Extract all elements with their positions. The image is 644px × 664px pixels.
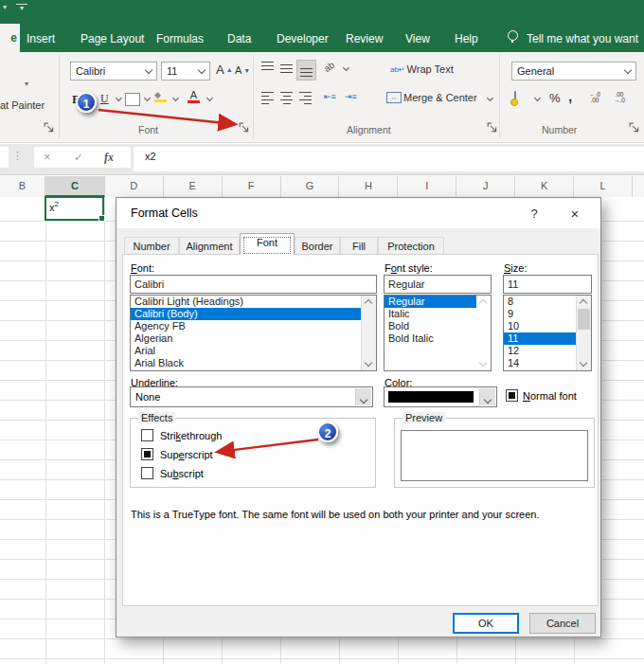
fill-color-button[interactable]: ◆ (154, 91, 167, 102)
column-header[interactable]: G (281, 176, 340, 197)
tab-home-partial[interactable]: e (0, 24, 20, 52)
orientation-button[interactable]: ab (322, 60, 336, 74)
borders-dropdown-icon[interactable] (144, 95, 151, 101)
cancel-button[interactable]: Cancel (529, 613, 596, 634)
clipboard-dialog-launcher-icon[interactable] (44, 122, 55, 134)
column-header[interactable]: L (574, 176, 633, 197)
tab-insert[interactable]: Insert (23, 27, 59, 52)
underline-dropdown[interactable]: None (130, 386, 373, 407)
subscript-checkbox[interactable] (141, 467, 153, 479)
percent-style-button[interactable]: % (549, 91, 561, 105)
font-name-combo[interactable]: Calibri (70, 62, 157, 81)
grow-font-button[interactable]: A▲ (216, 63, 233, 77)
font-color-dropdown-icon[interactable] (206, 95, 213, 101)
font-list-item-selected[interactable]: Calibri (Body) (131, 308, 376, 320)
font-style-item[interactable]: Italic (385, 308, 491, 320)
cancel-entry-icon[interactable]: × (44, 150, 51, 164)
number-format-combo[interactable]: General (511, 62, 636, 81)
font-list-item[interactable]: Algerian (131, 332, 376, 345)
font-style-item-selected[interactable]: Regular (385, 296, 491, 308)
borders-button-icon[interactable] (125, 93, 140, 106)
column-header[interactable]: E (164, 176, 223, 197)
tab-page-layout[interactable]: Page Layout (77, 27, 148, 52)
font-list-scrollbar[interactable] (361, 296, 376, 370)
column-header-selected[interactable]: C (45, 176, 105, 197)
paste-dropdown-icon[interactable]: ▾ (25, 80, 28, 88)
underline-dropdown-icon[interactable] (116, 95, 122, 101)
font-list[interactable]: Calibri Light (Headings) Calibri (Body) … (130, 295, 377, 371)
wrap-text-button[interactable]: ab↵ Wrap Text (390, 63, 454, 75)
align-right-button[interactable] (299, 92, 312, 105)
accounting-dropdown-icon[interactable] (534, 95, 541, 101)
font-style-input[interactable]: Regular (384, 275, 492, 294)
comma-style-button[interactable]: , (568, 88, 572, 104)
dialog-tab-border[interactable]: Border (295, 237, 340, 255)
ok-button[interactable]: OK (453, 613, 519, 634)
font-style-item[interactable]: Bold (385, 320, 491, 332)
active-cell-C1[interactable]: x2 (45, 196, 104, 221)
column-header[interactable]: J (456, 176, 515, 197)
tab-help[interactable]: Help (451, 27, 482, 52)
name-box-partial[interactable] (0, 147, 9, 168)
underline-dropdown-button[interactable] (355, 388, 371, 405)
orientation-dropdown-icon[interactable] (343, 64, 349, 71)
dialog-tab-number[interactable]: Number (124, 237, 179, 255)
align-left-button[interactable] (261, 92, 274, 105)
column-header[interactable]: I (398, 176, 456, 197)
insert-function-icon[interactable]: fx (104, 151, 114, 165)
font-list-item[interactable]: Arial (131, 345, 376, 357)
column-header[interactable]: H (339, 176, 398, 197)
fill-color-dropdown-icon[interactable] (172, 95, 179, 101)
font-style-scrollbar[interactable] (476, 296, 491, 370)
column-header[interactable]: D (105, 176, 164, 197)
font-list-item[interactable]: Agency FB (131, 320, 376, 332)
ribbon-display-options-icon[interactable]: ▾ (16, 4, 27, 12)
font-size-combo[interactable]: 11 (161, 62, 210, 81)
dialog-tab-fill[interactable]: Fill (340, 237, 378, 255)
tell-me-box[interactable]: Tell me what you want (523, 27, 642, 52)
underline-button[interactable]: U (100, 92, 109, 106)
increase-indent-icon[interactable]: ⇥≡ (345, 92, 357, 101)
font-style-list[interactable]: Regular Italic Bold Bold Italic (384, 295, 492, 371)
column-header[interactable]: B (0, 176, 45, 197)
formula-bar-grip-icon[interactable]: ⋮ (12, 150, 23, 162)
dialog-tab-protection[interactable]: Protection (378, 237, 444, 255)
tab-view[interactable]: View (402, 27, 434, 52)
tab-formulas[interactable]: Formulas (152, 27, 207, 52)
superscript-checkbox[interactable] (141, 448, 153, 460)
align-center-button[interactable] (280, 92, 293, 105)
size-list-scrollbar[interactable] (576, 296, 591, 370)
shrink-font-button[interactable]: A▼ (235, 64, 250, 76)
tab-review[interactable]: Review (342, 27, 386, 52)
align-bottom-button[interactable] (296, 60, 316, 81)
font-list-item[interactable]: Calibri Light (Headings) (131, 296, 376, 308)
size-list[interactable]: 8 9 10 11 12 14 (503, 295, 592, 371)
alignment-dialog-launcher-icon[interactable] (487, 122, 498, 134)
dialog-tab-alignment[interactable]: Alignment (179, 237, 240, 255)
font-color-button[interactable]: A (188, 90, 200, 103)
column-header[interactable]: K (515, 176, 574, 197)
column-header[interactable] (633, 176, 644, 197)
font-list-item[interactable]: Arial Black (131, 357, 376, 369)
normal-font-checkbox[interactable] (506, 389, 518, 402)
color-dropdown-button[interactable] (479, 388, 495, 405)
tab-developer[interactable]: Developer (273, 27, 332, 52)
number-dialog-launcher-icon[interactable] (629, 122, 640, 134)
font-dialog-launcher-icon[interactable] (239, 122, 250, 134)
increase-decimal-button[interactable]: ←.0 .00 (589, 92, 600, 103)
formula-input[interactable]: x2 (134, 147, 644, 171)
size-input[interactable]: 11 (503, 275, 592, 294)
align-middle-button[interactable] (280, 64, 293, 74)
format-painter-label-partial[interactable]: at Painter (0, 99, 45, 111)
color-dropdown[interactable] (384, 386, 497, 407)
dialog-help-button[interactable]: ? (520, 204, 548, 224)
font-style-item[interactable]: Bold Italic (385, 332, 491, 345)
tab-data[interactable]: Data (224, 27, 255, 52)
font-name-input[interactable]: Calibri (130, 275, 377, 294)
decrease-decimal-button[interactable]: .00 →.0 (614, 92, 625, 103)
dialog-tab-font[interactable]: Font (240, 233, 295, 255)
confirm-entry-icon[interactable]: ✓ (74, 151, 83, 164)
accounting-format-icon[interactable] (514, 91, 516, 104)
decrease-indent-icon[interactable]: ⇤≡ (324, 92, 336, 101)
dialog-close-button[interactable]: × (561, 204, 589, 224)
